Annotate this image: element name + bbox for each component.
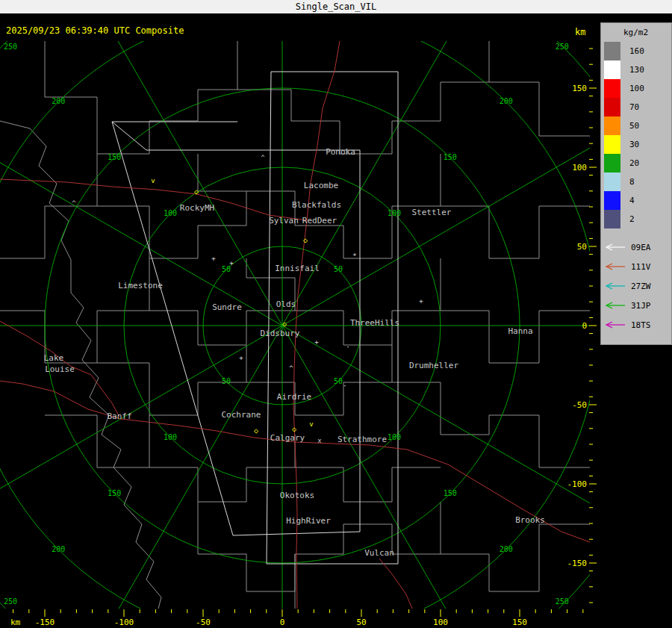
- azimuth-line: [0, 94, 282, 326]
- city-label: Innisfail: [275, 264, 320, 273]
- city-label: Brooks: [515, 515, 545, 525]
- city-label: Cochrane: [222, 410, 261, 420]
- color-swatch: [604, 172, 620, 191]
- city-label: Okotoks: [280, 491, 314, 500]
- color-scale-value: 2: [629, 214, 635, 224]
- color-scale-entry: 8: [604, 172, 671, 191]
- x-axis-tick-label: 150: [512, 618, 527, 627]
- station-marker: x: [317, 437, 322, 444]
- color-swatch: [604, 191, 620, 210]
- radar-site-entry: 27ZW: [603, 276, 671, 296]
- radar-site-legend: 09EA111V27ZW31JP18TS: [601, 237, 671, 335]
- station-marker: +: [239, 354, 243, 361]
- city-label: Stettler: [412, 208, 452, 217]
- station-marker: ^: [289, 364, 293, 372]
- range-ring-label: 250: [4, 43, 17, 51]
- color-scale-entry: 2: [604, 210, 671, 228]
- city-label: Didsbury: [261, 329, 300, 338]
- station-marker: +: [419, 297, 423, 305]
- county-boundary-line: [441, 206, 590, 258]
- city-label: Ponoka: [326, 147, 355, 157]
- color-scale-entry: 70: [604, 98, 671, 116]
- x-axis-tick-label: -100: [114, 618, 134, 627]
- radar-site-marker: ◇: [254, 426, 258, 435]
- radar-site-entry: 18TS: [603, 315, 671, 335]
- range-ring-label: 150: [444, 153, 457, 161]
- city-label: Banff: [107, 411, 131, 421]
- county-boundary-line: [45, 415, 149, 467]
- range-ring-label: 200: [52, 97, 65, 105]
- range-ring-label: 250: [556, 43, 569, 51]
- color-scale: 16013010070503020842: [601, 42, 671, 228]
- highway-line: [0, 179, 307, 220]
- county-boundary-line: [246, 154, 441, 258]
- color-swatch: [604, 79, 620, 98]
- color-scale-entry: 130: [604, 60, 671, 79]
- city-label: Limestone: [118, 281, 163, 290]
- county-boundary-line: [441, 524, 590, 591]
- x-axis-tick-label: -50: [196, 618, 211, 627]
- site-arrow-icon: [603, 301, 627, 310]
- y-axis-tick-label: 0: [582, 321, 587, 331]
- site-arrow-icon: [603, 320, 627, 329]
- color-scale-value: 130: [629, 65, 644, 75]
- station-marker: ^: [72, 199, 76, 207]
- range-ring-label: 200: [500, 545, 513, 553]
- city-label: HighRiver: [286, 516, 331, 526]
- range-ring-label: 150: [108, 489, 121, 497]
- legend-panel: kg/m2 16013010070503020842 09EA111V27ZW3…: [600, 22, 672, 345]
- radar-site-entry: 09EA: [603, 237, 671, 257]
- color-scale-entry: 4: [604, 191, 671, 210]
- y-axis-tick-label: 100: [572, 163, 587, 172]
- city-label: Strathmore: [337, 435, 387, 444]
- color-scale-value: 50: [629, 121, 639, 131]
- color-scale-value: 100: [629, 84, 644, 93]
- radar-map: 5010015020025050100150200250501001502002…: [0, 0, 672, 628]
- radar-site-marker: ◇: [303, 236, 308, 244]
- color-swatch: [604, 210, 620, 228]
- radar-site-id: 18TS: [631, 320, 651, 330]
- x-axis-tick-label: 0: [280, 618, 285, 627]
- county-boundary-line: [441, 311, 590, 363]
- color-swatch: [604, 154, 620, 172]
- city-label: Olds: [276, 299, 296, 309]
- radar-site-marker: v: [309, 420, 313, 428]
- azimuth-line: [51, 0, 282, 326]
- radar-site-marker: ◇: [282, 320, 287, 328]
- range-ring-label: 50: [334, 377, 343, 385]
- color-scale-entry: 50: [604, 116, 671, 135]
- city-label: Lacombe: [304, 181, 338, 190]
- color-scale-entry: 100: [604, 79, 671, 98]
- range-ring-label: 100: [164, 209, 177, 217]
- legend-units-label: kg/m2: [623, 28, 671, 37]
- azimuth-line: [51, 326, 282, 628]
- x-axis-tick-label: 50: [356, 618, 366, 627]
- color-swatch: [604, 42, 620, 60]
- range-ring-label: 50: [334, 265, 343, 273]
- radar-site-marker: ◇: [194, 187, 199, 196]
- city-label: RockyMH: [180, 203, 214, 213]
- x-axis-tick-label: -150: [35, 618, 55, 627]
- map-layers: 5010015020025050100150200250501001502002…: [0, 0, 672, 628]
- county-boundary-line: [149, 415, 295, 502]
- city-label: Airdrie: [277, 392, 311, 402]
- city-label: Hanna: [508, 326, 532, 336]
- site-arrow-icon: [603, 282, 627, 290]
- site-arrow-icon: [603, 262, 627, 271]
- y-axis-tick-label: -50: [572, 400, 587, 410]
- city-label: Drumheller: [409, 361, 459, 370]
- radar-site-id: 09EA: [631, 243, 651, 252]
- county-boundary-line: [198, 502, 441, 591]
- radar-site-id: 31JP: [631, 301, 651, 311]
- city-label: Sylvan: [269, 216, 299, 226]
- radar-site-marker: v: [151, 177, 155, 184]
- county-boundary-line: [0, 121, 71, 293]
- city-label: Lake: [44, 353, 64, 363]
- radar-site-entry: 31JP: [603, 296, 671, 315]
- color-swatch: [604, 98, 620, 116]
- city-label: Vulcan: [364, 548, 394, 558]
- city-label: Sundre: [212, 302, 242, 312]
- highway-line: [295, 442, 590, 542]
- radar-site-entry: 111V: [603, 257, 671, 276]
- polar-grid: [0, 0, 672, 628]
